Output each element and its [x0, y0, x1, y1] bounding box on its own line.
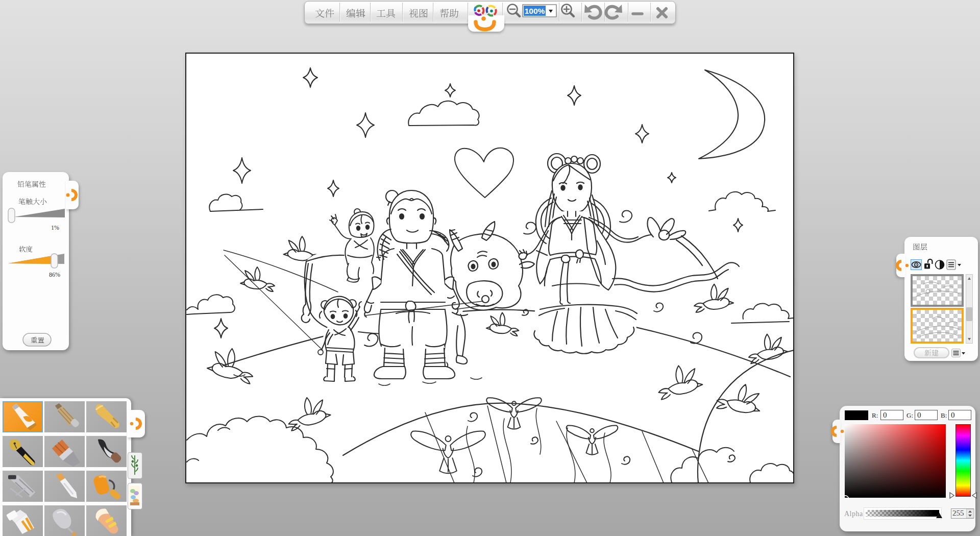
svg-text:1%: 1%	[51, 224, 59, 231]
svg-text:100%: 100%	[525, 7, 545, 15]
svg-text:86%: 86%	[49, 271, 60, 278]
